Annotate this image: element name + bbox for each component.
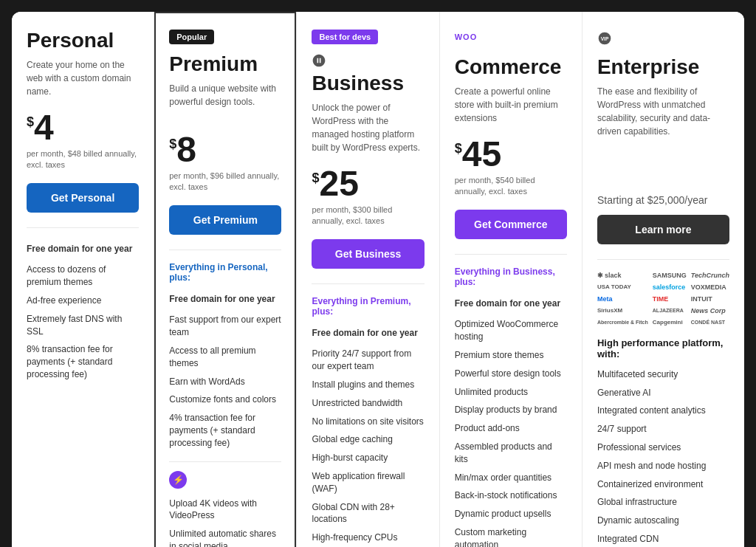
- feature-wordads: Earn with WordAds: [169, 373, 281, 391]
- plan-premium-cta[interactable]: Get Premium: [169, 205, 281, 235]
- plan-business-price-note: per month, $300 billed annually, excl. t…: [312, 204, 424, 227]
- plan-personal-title: Personal: [27, 30, 139, 52]
- feature-bandwidth: Unrestricted bandwidth: [312, 394, 424, 413]
- feature-shares: Unlimited automatic shares in social med…: [169, 525, 281, 547]
- plan-personal-description: Create your home on the web with a custo…: [27, 58, 139, 98]
- logo-newscorp: News Corp: [691, 307, 729, 314]
- feature-professional: Professional services: [597, 438, 729, 457]
- divider: [312, 283, 424, 284]
- feature-backstock: Back-in-stock notifications: [455, 486, 567, 505]
- plan-business-description: Unlock the power of WordPress with the m…: [312, 101, 424, 154]
- feature-display-brand: Display products by brand: [455, 401, 567, 419]
- plan-business-badge: Best for devs: [312, 30, 378, 44]
- logo-voxmedia: VOXMEDIA: [691, 283, 729, 291]
- plan-commerce-cta[interactable]: Get Commerce: [455, 210, 567, 239]
- feature-assembled: Assembled products and kits: [455, 438, 567, 469]
- video-icon: ⚡: [169, 471, 187, 489]
- price-amount: 45: [462, 137, 501, 172]
- feature-autoscaling: Dynamic autoscaling: [597, 512, 729, 530]
- plan-enterprise-starting-price: Starting at $25,000/year: [597, 194, 729, 206]
- logo-intuit: INTUIT: [691, 295, 729, 303]
- feature-ai: Generative AI: [597, 384, 729, 402]
- feature-marketing: Custom marketing automation: [455, 523, 567, 547]
- logo-aljazeera: ALJAZEERA: [653, 307, 687, 314]
- feature-themes: Access to all premium themes: [169, 342, 281, 373]
- plan-commerce-price: $ 45: [455, 137, 567, 172]
- logo-tc: TechCrunch: [691, 272, 729, 279]
- divider: [169, 250, 281, 250]
- feature-support: Fast support from our expert team: [169, 311, 281, 342]
- pricing-table: Personal Create your home on the web wit…: [12, 12, 744, 547]
- plan-commerce-price-note: per month, $540 billed annually, excl. t…: [455, 175, 567, 198]
- plan-premium-price-note: per month, $96 billed annually, excl. ta…: [169, 171, 281, 193]
- logo-capgemini: Capgemini: [653, 319, 687, 326]
- price-dollar: $: [455, 141, 462, 156]
- feature-security: Multifaceted security: [597, 365, 729, 384]
- divider: [27, 227, 139, 228]
- feature-free-domain: Free domain for one year: [169, 290, 281, 309]
- feature-api-mesh: API mesh and node hosting: [597, 457, 729, 475]
- feature-minmax: Min/max order quantities: [455, 469, 567, 487]
- feature-transaction: 8% transaction fee for payments (+ stand…: [27, 340, 139, 383]
- feature-free-domain: Free domain for one year: [27, 240, 139, 258]
- plan-premium-badge: Popular: [169, 30, 214, 44]
- plan-business: Best for devs Business Unlock the power …: [297, 12, 439, 547]
- logo-condenast: CONDÉ NAST: [691, 319, 729, 326]
- plan-commerce-title: Commerce: [455, 56, 567, 79]
- plan-premium: Popular Premium Build a unique website w…: [154, 12, 297, 547]
- plan-business-features-header: Everything in Premium, plus:: [312, 296, 424, 317]
- feature-dns: Extremely fast DNS with SSL: [27, 310, 139, 341]
- plan-business-title: Business: [312, 72, 424, 95]
- logo-salesforce: salesforce: [653, 283, 687, 291]
- plan-enterprise-cta[interactable]: Learn more: [597, 215, 729, 244]
- feature-woo-hosting: Optimized WooCommerce hosting: [455, 315, 567, 346]
- logo-time: TIME: [653, 295, 687, 303]
- feature-fonts: Customize fonts and colors: [169, 391, 281, 409]
- feature-free-domain: Free domain for one year: [455, 295, 567, 313]
- price-dollar: $: [312, 171, 319, 186]
- plan-business-logo: [312, 53, 424, 68]
- price-amount: 25: [319, 166, 358, 202]
- feature-waf: Web application firewall (WAF): [312, 467, 424, 498]
- plan-personal-cta[interactable]: Get Personal: [27, 183, 139, 213]
- feature-priority-support: Priority 24/7 support from our expert te…: [312, 345, 424, 376]
- logo-samsung: SAMSUNG: [653, 272, 687, 279]
- divider: [455, 254, 567, 255]
- price-amount: 8: [176, 132, 196, 168]
- logo-siriusxm: SiriusXM: [597, 307, 648, 314]
- feature-divider: [169, 461, 281, 462]
- feature-edge-caching: Global edge caching: [312, 430, 424, 449]
- plan-premium-description: Build a unique website with powerful des…: [169, 82, 281, 120]
- plan-enterprise: VIP Enterprise The ease and flexibility …: [583, 12, 744, 547]
- feature-global-infra: Global infrastructure: [597, 493, 729, 512]
- feature-containerized: Containerized environment: [597, 475, 729, 494]
- plan-enterprise-description: The ease and flexibility of WordPress wi…: [597, 85, 729, 138]
- plan-enterprise-title: Enterprise: [597, 56, 729, 79]
- plan-commerce-logo-space: WOO: [455, 30, 567, 47]
- plan-personal-price-note: per month, $48 billed annually, excl. ta…: [27, 148, 139, 171]
- plan-enterprise-logo: VIP: [597, 30, 729, 47]
- enterprise-logos: ✱ slack SAMSUNG TechCrunch USA TODAY sal…: [597, 272, 729, 326]
- feature-adfree: Ad-free experience: [27, 292, 139, 310]
- plan-premium-title: Premium: [169, 53, 281, 76]
- logo-usatoday: USA TODAY: [597, 283, 648, 291]
- plan-premium-features-header: Everything in Personal, plus:: [169, 262, 281, 283]
- feature-cpus: High-frequency CPUs: [312, 529, 424, 547]
- feature-integrated-cdn: Integrated CDN: [597, 530, 729, 547]
- feature-store-design: Powerful store design tools: [455, 365, 567, 383]
- divider: [597, 259, 729, 260]
- feature-cdn: Global CDN with 28+ locations: [312, 498, 424, 529]
- logo-meta: Meta: [597, 295, 648, 303]
- feature-visitors: No limitations on site visitors: [312, 413, 424, 431]
- feature-video: Upload 4K videos with VideoPress: [169, 495, 281, 526]
- logo-abercrombie: Abercrombie & Fitch: [597, 319, 648, 326]
- feature-247-support: 24/7 support: [597, 420, 729, 438]
- plan-commerce-description: Create a powerful online store with buil…: [455, 85, 567, 125]
- svg-text:VIP: VIP: [601, 36, 609, 41]
- plan-business-price: $ 25: [312, 166, 424, 202]
- plan-premium-price: $ 8: [169, 132, 281, 168]
- feature-product-addons: Product add-ons: [455, 419, 567, 438]
- feature-premium-themes: Access to dozens of premium themes: [27, 261, 139, 292]
- feature-content-analytics: Integrated content analytics: [597, 402, 729, 420]
- plan-business-cta[interactable]: Get Business: [312, 239, 424, 269]
